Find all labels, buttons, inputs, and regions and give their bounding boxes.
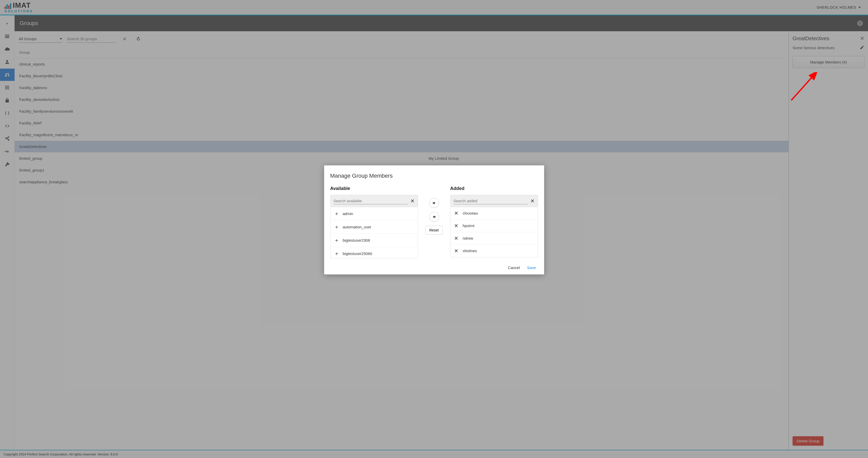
search-available-input[interactable]: [334, 198, 408, 204]
available-column: Available ✕ ＋admin＋automation_user＋bigte…: [330, 186, 418, 258]
search-added-input[interactable]: [454, 198, 528, 204]
member-name: automation_user: [343, 225, 371, 229]
added-column: Added ✕ ✕clouseau✕hpoirot✕ndrew✕sholmes: [450, 186, 538, 258]
plus-icon: ＋: [334, 210, 339, 217]
remove-icon: ✕: [454, 223, 459, 229]
added-list[interactable]: ✕clouseau✕hpoirot✕ndrew✕sholmes: [450, 207, 538, 257]
cancel-button[interactable]: Cancel: [508, 265, 520, 270]
list-item[interactable]: ＋bigtestuser2308: [331, 234, 418, 247]
plus-icon: ＋: [334, 224, 339, 230]
list-item[interactable]: ✕hpoirot: [451, 220, 538, 232]
member-name: admin: [343, 211, 353, 216]
list-item[interactable]: ✕ndrew: [451, 232, 538, 245]
available-heading: Available: [330, 186, 418, 191]
member-name: ndrew: [463, 236, 473, 240]
transfer-controls: Reset: [423, 186, 446, 258]
remove-icon: ✕: [454, 210, 459, 216]
save-button[interactable]: Save: [527, 265, 536, 270]
manage-members-modal: Manage Group Members Available ✕ ＋admin＋…: [324, 165, 544, 275]
added-heading: Added: [450, 186, 538, 191]
member-name: sholmes: [463, 249, 477, 253]
list-item[interactable]: ＋bigtestuser25060: [331, 247, 418, 258]
plus-icon: ＋: [334, 237, 339, 244]
modal-title: Manage Group Members: [330, 173, 538, 179]
remove-all-button[interactable]: [429, 212, 439, 222]
reset-label: Reset: [429, 228, 439, 232]
member-name: bigtestuser2308: [343, 238, 370, 242]
clear-available-search[interactable]: ✕: [408, 198, 415, 204]
member-name: hpoirot: [463, 224, 474, 228]
available-list[interactable]: ＋admin＋automation_user＋bigtestuser2308＋b…: [330, 207, 418, 258]
member-name: bigtestuser25060: [343, 251, 372, 256]
list-item[interactable]: ＋automation_user: [331, 221, 418, 234]
list-item[interactable]: ✕clouseau: [451, 207, 538, 220]
list-item[interactable]: ＋admin: [331, 207, 418, 221]
member-name: clouseau: [463, 211, 478, 215]
remove-icon: ✕: [454, 235, 459, 241]
add-all-button[interactable]: [429, 198, 439, 208]
list-item[interactable]: ✕sholmes: [451, 245, 538, 257]
plus-icon: ＋: [334, 250, 339, 257]
remove-icon: ✕: [454, 248, 459, 254]
reset-button[interactable]: Reset: [426, 226, 442, 234]
clear-added-search[interactable]: ✕: [528, 198, 535, 204]
